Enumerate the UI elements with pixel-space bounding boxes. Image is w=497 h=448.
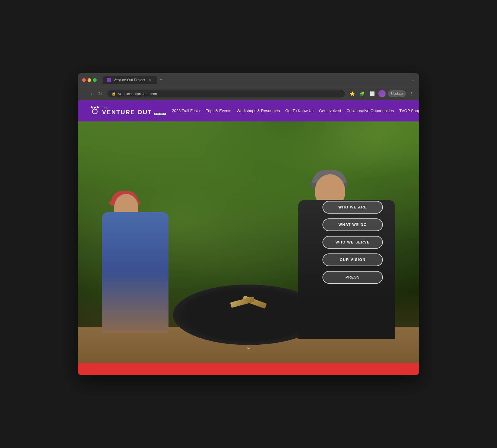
reload-button[interactable]: ↻ — [96, 90, 104, 97]
nav-link-shop[interactable]: TVOP Shop — [399, 108, 419, 113]
profile-avatar[interactable] — [378, 90, 386, 97]
browser-titlebar: Venture Out Project ✕ + ⌄ — [78, 73, 419, 87]
active-tab[interactable]: Venture Out Project ✕ — [103, 76, 157, 84]
url-display: ventureoutproject.com — [118, 92, 157, 96]
our-vision-button[interactable]: OUR VISION — [322, 253, 383, 266]
window-controls — [82, 78, 97, 82]
site-logo[interactable]: THE VENTURE OUT PROJECT — [90, 106, 166, 116]
hero-section: WHO WE ARE WHAT WE DO WHO WE SERVE OUR V… — [78, 121, 419, 363]
hero-buttons: WHO WE ARE WHAT WE DO WHO WE SERVE OUR V… — [322, 201, 383, 284]
browser-toolbar: ‹ › ↻ 🔒 ventureoutproject.com ⭐ 🧩 ⬜ Upda… — [78, 87, 419, 100]
forward-button[interactable]: › — [89, 90, 94, 97]
address-bar[interactable]: 🔒 ventureoutproject.com — [107, 90, 346, 98]
svg-point-0 — [92, 109, 97, 114]
who-we-are-button[interactable]: WHO WE ARE — [322, 201, 383, 214]
logo-text: THE VENTURE OUT — [102, 107, 152, 115]
what-we-do-button[interactable]: WHAT WE DO — [322, 218, 383, 231]
website-content: THE VENTURE OUT PROJECT 2023 Trail Fest … — [78, 100, 419, 375]
bookmark-icon[interactable]: ⭐ — [348, 90, 356, 97]
who-we-serve-button[interactable]: WHO WE SERVE — [322, 236, 383, 249]
toolbar-right-actions: ⭐ 🧩 ⬜ Update ⋮ — [348, 90, 415, 97]
nav-link-trips-events[interactable]: Trips & Events — [206, 108, 231, 113]
tab-close-button[interactable]: ✕ — [148, 78, 152, 82]
update-button[interactable]: Update — [388, 90, 406, 97]
new-tab-button[interactable]: + — [157, 77, 165, 83]
logo-main-text: VENTURE OUT — [102, 109, 152, 115]
nav-link-collaborative[interactable]: Collaborative Opportunities — [346, 108, 394, 113]
nav-link-trail-fest[interactable]: 2023 Trail Fest — [172, 108, 200, 113]
minimize-button[interactable] — [88, 78, 91, 82]
tab-bar: Venture Out Project ✕ + — [103, 76, 409, 84]
lock-icon: 🔒 — [111, 92, 116, 96]
wood-2 — [230, 296, 255, 308]
nav-link-get-to-know[interactable]: Get To Know Us — [285, 108, 314, 113]
sidebar-icon[interactable]: ⬜ — [368, 90, 376, 97]
site-navigation: THE VENTURE OUT PROJECT 2023 Trail Fest … — [78, 100, 419, 121]
person-left — [102, 182, 168, 333]
browser-window: Venture Out Project ✕ + ⌄ ‹ › ↻ 🔒 ventur… — [78, 73, 419, 375]
window-toolbar-actions: ⌄ — [412, 78, 415, 82]
scroll-down-indicator[interactable]: ⌄ — [246, 343, 251, 351]
press-button[interactable]: PRESS — [322, 271, 383, 284]
tab-favicon — [107, 78, 111, 82]
logo-icon — [90, 106, 100, 116]
person-left-body — [102, 212, 168, 333]
close-button[interactable] — [82, 78, 86, 82]
nav-link-workshops[interactable]: Workshops & Resources — [237, 108, 280, 113]
browser-nav-buttons: ‹ › ↻ — [82, 90, 104, 97]
menu-icon[interactable]: ⋮ — [408, 90, 415, 97]
maximize-button[interactable] — [93, 78, 97, 82]
back-button[interactable]: ‹ — [82, 90, 87, 97]
nav-links: 2023 Trail Fest Trips & Events Workshops… — [172, 108, 419, 113]
logo-project-badge: PROJECT — [154, 113, 166, 115]
red-footer-bar — [78, 363, 419, 375]
extensions-icon[interactable]: 🧩 — [358, 90, 366, 97]
nav-link-get-involved[interactable]: Get Involved — [319, 108, 341, 113]
tab-title: Venture Out Project — [114, 78, 145, 82]
